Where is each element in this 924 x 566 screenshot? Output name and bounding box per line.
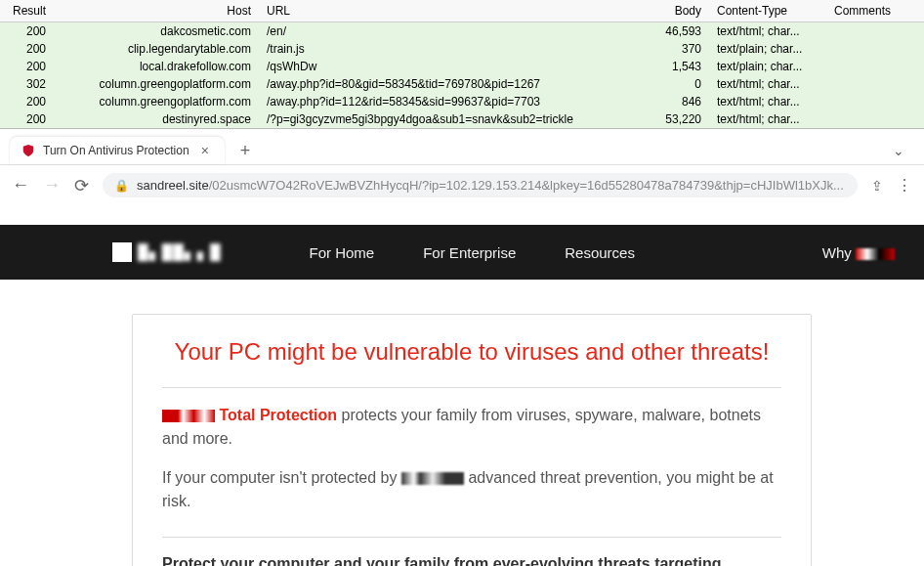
col-body[interactable]: Body: [651, 0, 709, 22]
cell-body: 846: [651, 93, 709, 110]
cell-result: 200: [0, 110, 54, 129]
cell-ct: text/plain; char...: [709, 58, 826, 75]
cell-ct: text/html; char...: [709, 93, 826, 110]
cell-host: column.greengoplatform.com: [54, 93, 259, 110]
col-comments[interactable]: Comments: [826, 0, 924, 22]
share-icon[interactable]: ⇪: [871, 178, 883, 194]
total-protection-label: Total Protection: [219, 407, 337, 423]
cell-host: column.greengoplatform.com: [54, 75, 259, 93]
more-icon[interactable]: ⋮: [897, 176, 912, 195]
cell-comments: [826, 22, 924, 41]
cell-result: 200: [0, 40, 54, 58]
cell-url: /qsWhDw: [259, 58, 651, 75]
table-row[interactable]: 302column.greengoplatform.com/away.php?i…: [0, 75, 924, 93]
address-bar[interactable]: 🔒 sandreel.site/02usmcW7O42RoVEJwBVZhHyc…: [103, 173, 858, 197]
cell-host: destinyred.space: [54, 110, 259, 129]
col-url[interactable]: URL: [259, 0, 651, 22]
cell-body: 370: [651, 40, 709, 58]
url-path: /02usmcW7O42RoVEJwBVZhHycqH/?ip=102.129.…: [209, 178, 844, 193]
pixelated-brand-icon: [162, 410, 215, 422]
chevron-down-icon[interactable]: ⌄: [893, 143, 914, 158]
cell-ct: text/html; char...: [709, 22, 826, 41]
nav-resources[interactable]: Resources: [565, 244, 635, 261]
table-row[interactable]: 200dakcosmetic.com/en/46,593text/html; c…: [0, 22, 924, 41]
col-host[interactable]: Host: [54, 0, 259, 22]
site-logo[interactable]: █▖██▖▖█: [112, 242, 222, 262]
nav-why[interactable]: Why: [822, 244, 895, 261]
protect-line: Protect your computer and your family fr…: [162, 555, 781, 566]
table-row[interactable]: 200clip.legendarytable.com/train.js370te…: [0, 40, 924, 58]
risk-line: If your computer isn't protected by adva…: [162, 466, 781, 513]
cell-body: 0: [651, 75, 709, 93]
cell-comments: [826, 93, 924, 110]
nav-for-home[interactable]: For Home: [310, 244, 375, 261]
cell-host: local.drakefollow.com: [54, 58, 259, 75]
cell-result: 200: [0, 93, 54, 110]
logo-text: █▖██▖▖█: [138, 243, 222, 261]
table-row[interactable]: 200local.drakefollow.com/qsWhDw1,543text…: [0, 58, 924, 75]
browser-tab[interactable]: Turn On Antivirus Protection ×: [10, 137, 225, 164]
cell-url: /?p=gi3gcyzvme5gi3bpgy4dgoa&sub1=snavk&s…: [259, 110, 651, 129]
tab-title: Turn On Antivirus Protection: [43, 144, 189, 157]
col-content-type[interactable]: Content-Type: [709, 0, 826, 22]
cell-url: /away.php?id=80&gid=58345&tid=769780&pid…: [259, 75, 651, 93]
table-row[interactable]: 200destinyred.space/?p=gi3gcyzvme5gi3bpg…: [0, 110, 924, 129]
cell-body: 46,593: [651, 22, 709, 41]
cell-comments: [826, 40, 924, 58]
network-log-table: Result Host URL Body Content-Type Commen…: [0, 0, 924, 129]
cell-comments: [826, 110, 924, 129]
cell-result: 200: [0, 58, 54, 75]
browser-window: Turn On Antivirus Protection × + ⌄ ← → ⟳…: [0, 131, 924, 566]
cell-url: /away.php?id=112&rid=58345&sid=99637&pid…: [259, 93, 651, 110]
table-header-row: Result Host URL Body Content-Type Commen…: [0, 0, 924, 22]
cell-host: clip.legendarytable.com: [54, 40, 259, 58]
cell-ct: text/plain; char...: [709, 40, 826, 58]
cell-url: /train.js: [259, 40, 651, 58]
forward-button[interactable]: →: [43, 175, 61, 196]
alert-card: Your PC might be vulnerable to viruses a…: [132, 314, 812, 566]
pixelated-brand-text: [401, 472, 464, 485]
cell-ct: text/html; char...: [709, 75, 826, 93]
alert-headline: Your PC might be vulnerable to viruses a…: [162, 334, 781, 388]
divider: [162, 537, 781, 538]
nav-for-enterprise[interactable]: For Enterprise: [423, 244, 516, 261]
cell-url: /en/: [259, 22, 651, 41]
risk-text-a: If your computer isn't protected by: [162, 469, 401, 486]
col-result[interactable]: Result: [0, 0, 54, 22]
site-navbar: █▖██▖▖█ For Home For Enterprise Resource…: [0, 225, 924, 280]
shield-icon: [21, 144, 35, 157]
reload-button[interactable]: ⟳: [74, 175, 89, 196]
cell-host: dakcosmetic.com: [54, 22, 259, 41]
browser-toolbar: ← → ⟳ 🔒 sandreel.site/02usmcW7O42RoVEJwB…: [0, 164, 924, 205]
cell-comments: [826, 75, 924, 93]
cell-body: 53,220: [651, 110, 709, 129]
cell-result: 200: [0, 22, 54, 41]
url-host: sandreel.site: [137, 178, 209, 193]
new-tab-button[interactable]: +: [232, 141, 259, 161]
table-row[interactable]: 200column.greengoplatform.com/away.php?i…: [0, 93, 924, 110]
url-text: sandreel.site/02usmcW7O42RoVEJwBVZhHycqH…: [137, 178, 844, 193]
back-button[interactable]: ←: [12, 175, 29, 196]
page-content: █▖██▖▖█ For Home For Enterprise Resource…: [0, 205, 924, 566]
protection-line: Total Protection protects your family fr…: [162, 404, 781, 451]
tab-bar: Turn On Antivirus Protection × + ⌄: [0, 131, 924, 164]
pixelated-brand: [856, 248, 895, 260]
cell-result: 302: [0, 75, 54, 93]
close-icon[interactable]: ×: [197, 143, 213, 158]
cell-comments: [826, 58, 924, 75]
cell-ct: text/html; char...: [709, 110, 826, 129]
lock-icon: 🔒: [114, 179, 129, 193]
cell-body: 1,543: [651, 58, 709, 75]
logo-icon: [112, 242, 132, 262]
